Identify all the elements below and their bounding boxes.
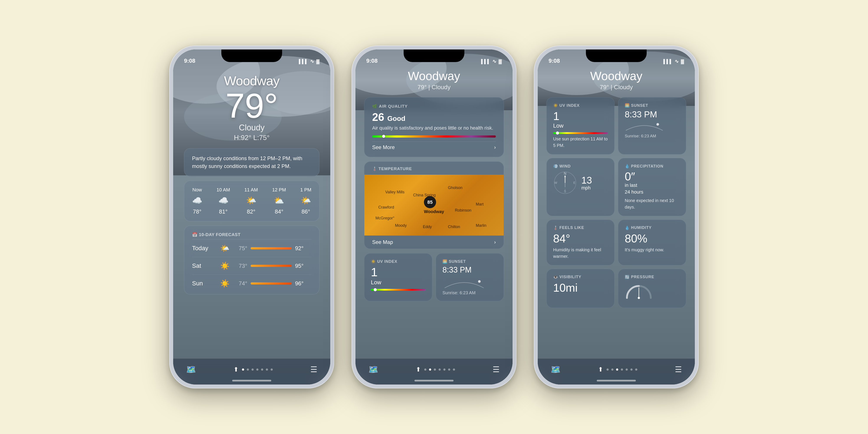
phone-2: 9:08 ▌▌▌ ∿ ▓ Woodway 79° | Cloudy 🌿 AIR … (351, 45, 517, 389)
location-dots-2: ⬆ (416, 366, 455, 373)
dot-7 (271, 369, 273, 371)
humidity-icon-3: 💧 (625, 225, 630, 230)
forecast-row-sun: Sun ☀️ 74° 96° (192, 275, 311, 292)
list-icon-1[interactable]: ☰ (310, 365, 317, 374)
forecast-day-today: Today (192, 245, 219, 252)
uv-indicator-3 (556, 131, 559, 134)
feels-value: 84° (553, 232, 608, 245)
map-label-mcgregor: McGregor° (375, 216, 394, 220)
svg-text:N: N (564, 172, 566, 175)
dot-2-5 (443, 369, 445, 371)
uv-indicator-2 (374, 288, 377, 291)
dot-3-7 (635, 369, 637, 371)
precip-desc: None expected in next 10 days. (625, 197, 679, 210)
wind-unit: mph (581, 185, 592, 191)
map-icon-3[interactable]: 🗺️ (551, 365, 560, 374)
temp-bar-sat (251, 265, 291, 267)
dot-2-1 (424, 369, 426, 371)
location-arrow-2[interactable]: ⬆ (416, 366, 421, 373)
forecast-hi-today: 92° (295, 245, 311, 252)
city-name-2: Woodway (355, 69, 513, 83)
humidity-desc: It's muggy right now. (625, 247, 679, 253)
mini-cards-2: ☀️ UV INDEX 1 Low 🌅 SUNSET 8:33 PM (364, 253, 504, 301)
location-dots-1: ⬆ (234, 366, 273, 373)
precip-value: 0″ (625, 171, 679, 182)
compass-svg: N S E W ↓ (553, 171, 577, 195)
uv-value-3: 1 (553, 110, 608, 122)
phone-1: 9:08 ▌▌▌ ∿ ▓ Woodway 79° Cloudy H:92° L:… (169, 45, 334, 389)
map-label-chilton: Chilton (448, 225, 460, 229)
dot-2-7 (453, 369, 455, 371)
status-icons-1: ▌▌▌ ∿ ▓ (299, 59, 319, 64)
wifi-icon-1: ∿ (310, 59, 314, 64)
uv-bar-3 (553, 132, 608, 134)
temperature-1: 79° (173, 88, 330, 123)
signal-icon-1: ▌▌▌ (299, 59, 308, 64)
uv-card-2: ☀️ UV INDEX 1 Low (364, 253, 432, 301)
location-arrow-1[interactable]: ⬆ (234, 366, 239, 373)
sunset-arc-3 (625, 120, 664, 131)
uv-title-2: ☀️ UV INDEX (371, 259, 426, 264)
precip-label2: 24 hours (625, 189, 643, 195)
hour-10am: 10 AM ☁️ 81° (217, 187, 230, 215)
list-icon-2[interactable]: ☰ (493, 365, 499, 374)
hour-label-12pm: 12 PM (272, 187, 286, 193)
air-quality-card: 🌿 AIR QUALITY 26 Good Air quality is sat… (364, 97, 504, 157)
svg-text:E: E (573, 181, 575, 184)
location-arrow-3[interactable]: ⬆ (598, 366, 603, 373)
status-time-3: 9:08 (549, 58, 560, 64)
signal-icon-3: ▌▌▌ (663, 59, 673, 64)
dot-3-1 (607, 369, 609, 371)
uv-label-3: Low (553, 122, 608, 129)
uv-label-2: Low (371, 279, 426, 286)
precip-title-3: 💧 PRECIPITATION (625, 164, 679, 168)
status-icons-3: ▌▌▌ ∿ ▓ (663, 59, 684, 64)
sunset-arc-2 (442, 276, 497, 289)
precip-label-row: in last 24 hours (625, 182, 679, 195)
wifi-icon-3: ∿ (675, 59, 679, 64)
dot-3-4 (621, 369, 623, 371)
see-more-row[interactable]: See More › (372, 142, 496, 150)
wind-compass: N S E W ↓ (553, 171, 577, 195)
forecast-row-sat: Sat ☀️ 73° 95° (192, 257, 311, 275)
map-icon-2[interactable]: 🗺️ (369, 365, 378, 374)
list-icon-3[interactable]: ☰ (675, 365, 682, 374)
pressure-icon-3: 🔄 (625, 275, 630, 279)
hour-icon-1pm: 🌤️ (301, 196, 311, 205)
battery-icon-3: ▓ (681, 59, 684, 64)
status-time-2: 9:08 (366, 58, 378, 64)
temp-bar-sun (251, 282, 291, 284)
forecast-icon-today: 🌤️ (219, 244, 231, 253)
feels-like-card-3: 🌡️ FEELS LIKE 84° Humidity is making it … (547, 220, 615, 266)
see-map-label: See Map (372, 239, 393, 245)
forecast-header-1: 📅 10-DAY FORECAST (192, 228, 311, 240)
dot-2-3 (434, 369, 436, 371)
map-label-marlin: Marlin (476, 223, 487, 228)
visibility-card-3: 👁️ VISIBILITY 10mi (547, 269, 615, 308)
dot-2-4 (439, 369, 441, 371)
aqi-indicator (382, 135, 385, 138)
city-name-3: Woodway (538, 69, 695, 83)
dot-2-2 (429, 369, 431, 371)
signal-icon-2: ▌▌▌ (481, 59, 490, 64)
temp-bar-today (251, 247, 291, 249)
hour-temp-11am: 82° (247, 208, 255, 215)
map-footer[interactable]: See Map › (364, 236, 504, 249)
uv-value-2: 1 (371, 266, 426, 278)
forecast-icon-sun: ☀️ (219, 279, 231, 288)
notch-3 (586, 50, 647, 62)
home-indicator-2 (414, 380, 454, 381)
feels-desc: Humidity is making it feel warmer. (553, 247, 608, 259)
uv-desc-3: Use sun protection 11 AM to 5 PM. (553, 135, 608, 149)
battery-icon-1: ▓ (316, 59, 319, 64)
forecast-row-today: Today 🌤️ 75° 92° (192, 240, 311, 257)
notch-1 (221, 50, 282, 62)
precip-label1: in last (625, 183, 637, 188)
hour-icon-10am: ☁️ (218, 196, 228, 205)
map-icon-1[interactable]: 🗺️ (186, 365, 196, 374)
aqi-number: 26 (372, 112, 384, 123)
sunset-time-3: 8:33 PM (625, 110, 679, 119)
dot-6 (266, 369, 268, 371)
hourly-row-1: Now ☁️ 78° 10 AM ☁️ 81° 11 AM 🌤️ 82° (192, 187, 311, 215)
svg-text:↓: ↓ (564, 187, 566, 191)
